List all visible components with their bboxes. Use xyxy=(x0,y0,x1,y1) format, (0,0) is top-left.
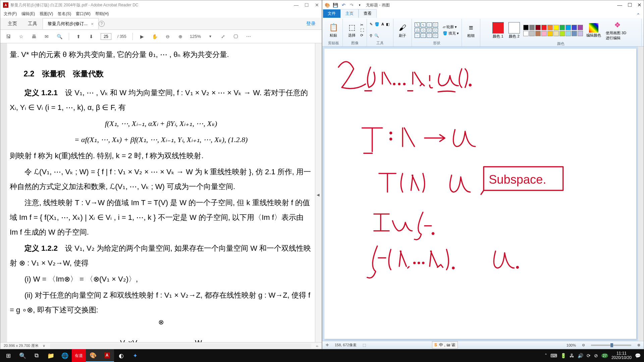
star-icon[interactable]: ☆ xyxy=(18,33,24,40)
color2-button[interactable]: 颜色 2 xyxy=(507,21,521,40)
color1-button[interactable]: 颜色 1 xyxy=(491,21,505,40)
page-up-icon[interactable]: ⬆ xyxy=(75,33,82,40)
select-button[interactable]: ⬚选择 xyxy=(345,22,358,39)
zoom-slider[interactable] xyxy=(591,345,631,346)
ribbon-minimize-icon[interactable]: ⌃ xyxy=(636,12,640,18)
paint-taskbar-icon[interactable]: 🎨 xyxy=(86,349,100,362)
sync-icon[interactable]: ⟳ xyxy=(587,353,591,358)
horizontal-scrollbar[interactable] xyxy=(50,344,311,348)
hand-icon[interactable]: ✋ xyxy=(152,33,158,40)
file-explorer-icon[interactable]: 📁 xyxy=(44,349,58,362)
page-number-input[interactable] xyxy=(101,33,111,40)
crop-icon[interactable]: ✂ xyxy=(360,23,364,27)
task-view-button[interactable]: ⧉ xyxy=(30,349,44,362)
zoom-out-icon[interactable]: ⊖ xyxy=(164,33,171,40)
qat-dropdown-icon[interactable]: ▾ xyxy=(357,2,363,8)
resize-icon[interactable]: ⛶ xyxy=(360,28,364,32)
pdf-text: 注意, 线性映射 T : V→W 的值域 Im T = T(V) 是 W 的一个… xyxy=(10,195,312,240)
maximize-button[interactable]: ☐ xyxy=(628,2,632,8)
pdf-text: 定义 1.2.2 设 V₁, V₂ 为给定的两个向量空间, 如果存在一个向量空间… xyxy=(10,241,312,270)
vertical-scrollbar[interactable] xyxy=(638,47,644,341)
brush-button[interactable]: 🖌刷子 xyxy=(396,22,409,39)
app-icon[interactable]: ✦ xyxy=(128,349,142,362)
scroll-right-icon[interactable]: › xyxy=(317,344,318,348)
pointer-icon[interactable]: ▶ xyxy=(139,33,146,40)
magnifier-icon[interactable]: 🔍 xyxy=(374,34,379,38)
ribbon-file-tab[interactable]: 文件 xyxy=(323,9,340,18)
pencil-icon[interactable]: ✎ xyxy=(370,22,373,26)
shapes-gallery[interactable]: ╲∿○□ △◇⬠⬡ →☆♡⬭ xyxy=(415,22,441,38)
search-icon[interactable]: 🔍 xyxy=(56,33,63,40)
ime-toolbar[interactable]: S 中 , 🖭 诶 xyxy=(432,341,458,349)
minimize-button[interactable]: — xyxy=(617,2,622,8)
chrome-icon[interactable]: 🌐 xyxy=(58,349,72,362)
zoom-in-button[interactable]: ⊕ xyxy=(637,343,640,347)
collapse-caret-icon[interactable]: ∨ xyxy=(43,344,45,348)
thickness-button[interactable]: ≡粗细 xyxy=(465,22,477,39)
read-mode-icon[interactable]: 🖵 xyxy=(232,33,239,40)
print-icon[interactable]: 🖶 xyxy=(31,33,37,40)
menu-sign[interactable]: 签名(S) xyxy=(58,11,71,17)
clock[interactable]: 11:11 2020/10/20 xyxy=(611,351,632,360)
redo-icon[interactable]: ↷ xyxy=(348,2,355,8)
outline-dropdown[interactable]: ▱ 轮廓 ▾ xyxy=(443,24,459,29)
tab-document[interactable]: 黎曼几何初步(修订... × xyxy=(43,18,99,29)
login-link[interactable]: 登录 xyxy=(306,21,316,27)
adobe-right-pane-toggle[interactable]: ◀ xyxy=(315,43,322,342)
pdf-page[interactable]: 量. V* 中的元素 θ 称为共变向量, 它的分量 θ₁, ⋯ , θₙ 称为共… xyxy=(7,43,315,342)
mail-icon[interactable]: ✉ xyxy=(43,33,50,40)
close-button[interactable]: ✕ xyxy=(315,2,319,8)
menu-window[interactable]: 窗口(W) xyxy=(76,11,90,17)
network-icon[interactable]: 🖧 xyxy=(570,353,574,358)
help-icon[interactable]: ? xyxy=(99,21,105,27)
color-palette[interactable] xyxy=(523,25,583,36)
tray-chevron-icon[interactable]: ˄ xyxy=(545,353,547,358)
security-icon[interactable]: ⊘ xyxy=(594,353,598,358)
minimize-button[interactable]: — xyxy=(294,2,299,8)
ribbon-home-tab[interactable]: 主页 xyxy=(340,9,359,18)
zoom-in-icon[interactable]: ⊕ xyxy=(177,33,184,40)
fill-dropdown[interactable]: 🪣 填充 ▾ xyxy=(443,31,459,36)
save-icon[interactable]: 🖫 xyxy=(5,33,12,40)
paint3d-button[interactable]: ❖使用画图 3D 进行编辑 xyxy=(604,19,631,41)
menu-edit[interactable]: 编辑(E) xyxy=(21,11,35,17)
input-indicator[interactable]: ⌨ xyxy=(550,353,557,358)
maximize-button[interactable]: ☐ xyxy=(305,2,309,8)
eraser-icon[interactable]: ◧ xyxy=(386,22,389,26)
zoom-out-button[interactable]: ⊖ xyxy=(582,343,585,347)
tab-close-icon[interactable]: × xyxy=(91,21,94,26)
adobe-titlebar: A 黎曼几何初步(修订版) 白正国 2004年版.pdf - Adobe Acr… xyxy=(0,0,322,10)
picker-icon[interactable]: ⚲ xyxy=(370,34,372,38)
paint-canvas[interactable]: Subspace. xyxy=(324,49,636,339)
ribbon-view-tab[interactable]: 查看 xyxy=(359,9,377,18)
tab-tools[interactable]: 工具 xyxy=(22,18,43,29)
undo-icon[interactable]: ↶ xyxy=(340,2,346,8)
fit-width-icon[interactable]: ⤢ xyxy=(220,33,226,40)
fill-icon[interactable]: 🪣 xyxy=(375,22,379,26)
group-label xyxy=(402,42,403,46)
rotate-icon[interactable]: ⟳ xyxy=(360,33,364,38)
text-icon[interactable]: A xyxy=(381,22,384,26)
zoom-dropdown-icon[interactable]: ▼ xyxy=(207,33,214,40)
svg-text:Subspace.: Subspace. xyxy=(489,173,546,186)
search-button[interactable]: 🔍 xyxy=(15,349,30,362)
page-down-icon[interactable]: ⬇ xyxy=(88,33,95,40)
app-icon[interactable]: ◐ xyxy=(114,349,128,362)
menu-help[interactable]: 帮助(H) xyxy=(95,11,109,17)
more-icon[interactable]: ⋯ xyxy=(245,33,252,40)
save-icon[interactable]: 💾 xyxy=(332,2,338,8)
notification-badge[interactable]: 27 xyxy=(601,353,608,358)
menu-file[interactable]: 文件(F) xyxy=(4,11,17,17)
zoom-level[interactable]: 125% xyxy=(190,34,201,39)
battery-icon[interactable]: 🔋 xyxy=(560,353,566,358)
youdao-icon[interactable]: 有道 xyxy=(72,349,86,362)
menu-view[interactable]: 视图(V) xyxy=(40,11,53,17)
adobe-taskbar-icon[interactable]: A xyxy=(100,349,114,362)
action-center-icon[interactable]: 💬 xyxy=(635,353,641,358)
start-button[interactable]: ⊞ xyxy=(1,349,15,362)
edit-colors-button[interactable]: 编辑颜色 xyxy=(585,22,602,39)
volume-icon[interactable]: 🔊 xyxy=(578,353,583,358)
tab-home[interactable]: 主页 xyxy=(2,18,22,29)
close-button[interactable]: ✕ xyxy=(637,2,642,8)
paste-button[interactable]: 📋粘贴 xyxy=(327,22,340,39)
